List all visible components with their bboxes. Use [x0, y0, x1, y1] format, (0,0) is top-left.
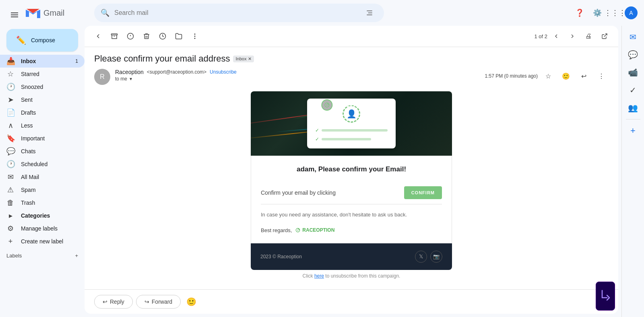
reply-bar: ↩ Reply ↪ Forward 🙂: [85, 289, 618, 314]
search-icon: 🔍: [101, 8, 109, 17]
move-button[interactable]: [171, 29, 186, 43]
card-bar-1: [322, 129, 388, 132]
sidebar-item-label: Scheduled: [21, 161, 78, 167]
less-icon: ∧: [6, 121, 14, 130]
search-options-button[interactable]: [361, 5, 378, 21]
sidebar-item-trash[interactable]: 🗑 Trash: [0, 196, 85, 209]
confirm-text: Confirm your email by clicking: [261, 189, 336, 196]
bottom-widget[interactable]: [596, 282, 615, 311]
confirm-button[interactable]: CONFIRM: [404, 186, 442, 199]
sidebar-item-label: Sent: [21, 97, 78, 103]
search-bar: 🔍: [94, 4, 384, 22]
inbox-tag-label: Inbox: [235, 56, 246, 61]
widget-icon[interactable]: [596, 282, 615, 311]
reply-inline-button[interactable]: ↩: [576, 69, 591, 83]
report-spam-button[interactable]: [123, 29, 138, 43]
gmail-logo: Gmail: [26, 8, 64, 18]
unsubscribe-footer-link[interactable]: here: [314, 273, 324, 279]
next-page-button[interactable]: [565, 29, 580, 43]
apps-button[interactable]: ⋮⋮⋮: [607, 5, 623, 21]
prev-page-button[interactable]: [549, 29, 564, 43]
sidebar-item-scheduled[interactable]: 🕐 Scheduled: [0, 158, 85, 171]
sender-name: Raceoption: [115, 69, 144, 75]
unsubscribe-link[interactable]: Unsubscribe: [210, 69, 237, 75]
search-input[interactable]: [114, 9, 357, 16]
svg-point-16: [297, 230, 298, 231]
email-body: 👤 ✓ ✓: [85, 88, 618, 289]
inbox-tag: Inbox ✕: [233, 56, 254, 62]
sidebar-item-label: Create new label: [21, 238, 78, 245]
subject-text: Please confirm your email address: [94, 54, 230, 64]
email-area: 1 of 2 🖨 Please confirm your email addre…: [85, 26, 618, 314]
right-panel-chat-icon[interactable]: 💬: [625, 47, 641, 63]
sidebar-item-all-mail[interactable]: ✉ All Mail: [0, 171, 85, 183]
star-button[interactable]: ☆: [541, 69, 555, 83]
email-banner: 👤 ✓ ✓: [251, 91, 452, 156]
settings-button[interactable]: ⚙️: [589, 5, 605, 21]
sidebar-item-label: Less: [21, 122, 78, 129]
twitter-icon[interactable]: 𝕏: [415, 251, 427, 263]
sidebar-create-label[interactable]: + Create new label: [0, 235, 85, 248]
menu-icon[interactable]: [6, 5, 23, 21]
email-footer: 2023 © Raceoption 𝕏 📷: [251, 243, 452, 270]
confirm-heading: adam, Please confirm your Email!: [261, 165, 442, 173]
sidebar-item-label: Chats: [21, 148, 78, 154]
important-icon: 🔖: [6, 134, 14, 143]
page-info: 1 of 2: [534, 29, 580, 43]
sidebar-item-chats[interactable]: 💬 Chats: [0, 145, 85, 158]
sidebar-item-spam[interactable]: ⚠ Spam: [0, 183, 85, 196]
reply-button[interactable]: ↩ Reply: [94, 295, 133, 309]
sender-details: Raceoption <support@raceoption.com> Unsu…: [115, 69, 480, 82]
print-button[interactable]: 🖨: [581, 29, 596, 43]
forward-arrow-icon: ↪: [144, 298, 149, 305]
avatar[interactable]: A: [625, 6, 638, 19]
confirm-row: Confirm your email by clicking CONFIRM: [261, 181, 442, 204]
sidebar-item-categories[interactable]: ▸ Categories: [0, 209, 85, 222]
right-panel-video-icon[interactable]: 📹: [625, 64, 641, 80]
right-panel: ✉ 💬 📹 ✓ 👥 +: [621, 26, 644, 317]
email-subject: Please confirm your email address Inbox …: [94, 54, 609, 64]
to-me[interactable]: to me: [115, 76, 127, 82]
right-panel-contacts-icon[interactable]: 👥: [625, 100, 641, 116]
labels-section: Labels +: [0, 249, 85, 260]
more-button[interactable]: [188, 29, 202, 43]
help-button[interactable]: ❓: [572, 5, 588, 21]
mark-button[interactable]: [155, 29, 170, 43]
right-panel-mail-icon[interactable]: ✉: [625, 29, 641, 45]
emoji-reaction-button[interactable]: 🙂: [559, 69, 573, 83]
chevron-down-icon[interactable]: ▾: [130, 76, 132, 82]
emoji-button[interactable]: 🙂: [184, 294, 198, 309]
banner-logo-icon: [321, 99, 332, 111]
open-in-new-button[interactable]: [597, 29, 612, 43]
email-time-actions: 1:57 PM (0 minutes ago) ☆ 🙂 ↩ ⋮: [485, 69, 609, 83]
sidebar-manage-labels[interactable]: ⚙ Manage labels: [0, 222, 85, 235]
inbox-tag-close[interactable]: ✕: [248, 56, 252, 62]
sidebar-item-label: Inbox: [21, 58, 69, 64]
right-panel-add-icon[interactable]: +: [625, 123, 641, 139]
all-mail-icon: ✉: [6, 173, 14, 181]
sidebar-item-snoozed[interactable]: 🕐 Snoozed: [0, 80, 85, 93]
right-panel-tasks-icon[interactable]: ✓: [625, 82, 641, 98]
sidebar-item-drafts[interactable]: 📄 Drafts: [0, 106, 85, 119]
delete-button[interactable]: [139, 29, 154, 43]
forward-button[interactable]: ↪ Forward: [136, 295, 181, 309]
chats-icon: 💬: [6, 147, 14, 156]
check-icon-2: ✓: [315, 136, 319, 142]
sidebar-item-inbox[interactable]: 📥 Inbox 1: [0, 55, 85, 68]
gmail-logo-svg: [26, 8, 40, 18]
sender-row: R Raceoption <support@raceoption.com> Un…: [85, 67, 618, 88]
inbox-icon: 📥: [6, 57, 14, 66]
sidebar-item-less[interactable]: ∧ Less: [0, 119, 85, 132]
back-button[interactable]: [91, 29, 105, 43]
compose-button[interactable]: ✏️ Compose: [6, 29, 78, 51]
archive-button[interactable]: [107, 29, 122, 43]
trash-icon: 🗑: [6, 199, 14, 207]
labels-add-icon[interactable]: +: [75, 253, 78, 259]
sidebar-item-important[interactable]: 🔖 Important: [0, 132, 85, 145]
sidebar-item-sent[interactable]: ➤ Sent: [0, 93, 85, 106]
sidebar-item-label: All Mail: [21, 174, 78, 180]
more-actions-button[interactable]: ⋮: [594, 69, 609, 83]
instagram-icon[interactable]: 📷: [430, 251, 442, 263]
svg-point-9: [194, 34, 195, 35]
sidebar-item-starred[interactable]: ☆ Starred: [0, 68, 85, 80]
